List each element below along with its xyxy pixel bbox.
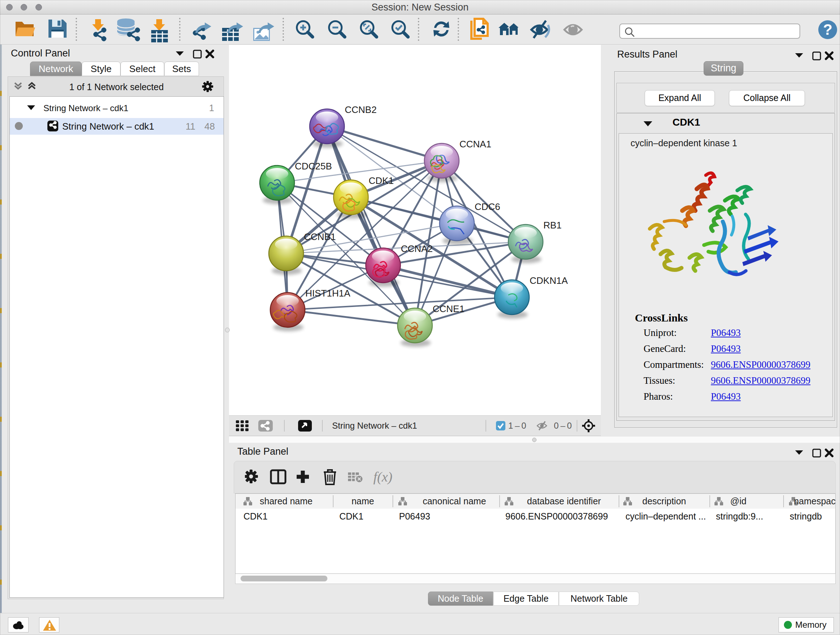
svg-text:CCNE1: CCNE1	[433, 303, 464, 314]
svg-text:CDK1: CDK1	[369, 175, 393, 186]
svg-text:HIST1H1A: HIST1H1A	[305, 288, 351, 299]
svg-text:@id: @id	[730, 496, 747, 506]
svg-text:canonical name: canonical name	[423, 496, 486, 506]
svg-text:CCNB1: CCNB1	[304, 231, 336, 242]
svg-text:1 – 0: 1 – 0	[508, 421, 526, 431]
svg-text:RB1: RB1	[543, 220, 562, 231]
svg-text:CDC6: CDC6	[475, 201, 500, 212]
svg-text:CCNA2: CCNA2	[401, 243, 433, 254]
svg-text:0 – 0: 0 – 0	[554, 421, 572, 431]
svg-text:CDC25B: CDC25B	[295, 161, 332, 172]
svg-text:database identifier: database identifier	[527, 496, 601, 506]
svg-text:description: description	[643, 496, 686, 506]
svg-text:namespace: namespace	[794, 496, 835, 506]
svg-text:name: name	[352, 496, 374, 506]
svg-text:CCNB2: CCNB2	[345, 104, 377, 115]
svg-text:shared name: shared name	[260, 496, 313, 506]
svg-text:CCNA1: CCNA1	[459, 139, 491, 149]
svg-text:f(x): f(x)	[373, 469, 393, 485]
svg-text:CDKN1A: CDKN1A	[530, 275, 568, 286]
svg-text:?: ?	[823, 21, 832, 38]
svg-text:String Network – cdk1: String Network – cdk1	[332, 421, 417, 431]
